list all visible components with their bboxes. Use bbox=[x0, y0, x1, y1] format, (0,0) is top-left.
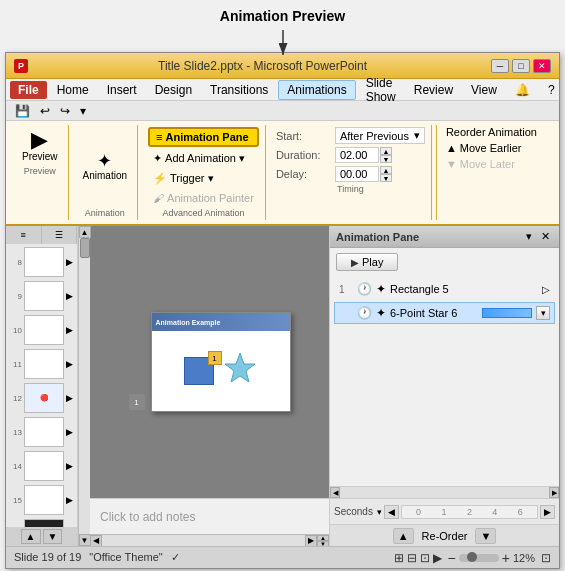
outline-tab[interactable]: ☰ bbox=[42, 226, 78, 244]
pane-dropdown-btn[interactable]: ▾ bbox=[523, 230, 535, 243]
redo-quick-btn[interactable]: ↪ bbox=[57, 103, 73, 119]
start-label: Start: bbox=[276, 130, 331, 142]
slide-icon-13: ▶ bbox=[66, 427, 73, 437]
delay-up[interactable]: ▲ bbox=[380, 166, 392, 174]
anim-dropdown-btn[interactable]: ▾ bbox=[536, 306, 550, 320]
animation-pane-header: Animation Pane ▾ ✕ bbox=[330, 226, 559, 248]
zoom-minus-btn[interactable]: − bbox=[448, 550, 456, 566]
scrollbar-up-btn[interactable]: ▲ bbox=[79, 226, 91, 238]
slide-icon-8: ▶ bbox=[66, 257, 73, 267]
menu-view[interactable]: View bbox=[463, 81, 505, 99]
h-scrollbar: ◀ ▶ ▲ ▼ bbox=[90, 534, 329, 546]
menu-review[interactable]: Review bbox=[406, 81, 461, 99]
animation-pane-button[interactable]: ≡ Animation Pane bbox=[148, 127, 259, 147]
duration-down[interactable]: ▼ bbox=[380, 155, 392, 163]
delay-down[interactable]: ▼ bbox=[380, 174, 392, 182]
zoom-plus-btn[interactable]: + bbox=[502, 550, 510, 566]
delay-value[interactable]: 00.00 bbox=[335, 166, 379, 182]
play-button[interactable]: ▶ Play bbox=[336, 253, 398, 271]
slide-canvas[interactable]: 1 Animation Example 1 bbox=[90, 226, 329, 498]
status-right: ⊞ ⊟ ⊡ ▶ − + 12% ⊡ bbox=[394, 550, 551, 566]
add-animation-button[interactable]: ✦ Add Animation ▾ bbox=[148, 150, 259, 167]
preview-button[interactable]: ▶ Preview bbox=[18, 127, 62, 164]
normal-view-icon[interactable]: ⊞ bbox=[394, 551, 404, 565]
menu-animations[interactable]: Animations bbox=[278, 80, 355, 100]
delay-label: Delay: bbox=[276, 168, 331, 180]
start-dropdown[interactable]: After Previous ▾ bbox=[335, 127, 425, 144]
move-earlier-button[interactable]: ▲ Move Earlier bbox=[443, 141, 540, 155]
menu-design[interactable]: Design bbox=[147, 81, 200, 99]
reorder-down-btn[interactable]: ▼ bbox=[475, 528, 496, 544]
scroll-down-btn[interactable]: ▼ bbox=[43, 529, 63, 544]
slide-thumb-8[interactable]: 8 ▶ bbox=[8, 246, 75, 278]
pane-close-btn[interactable]: ✕ bbox=[538, 230, 553, 243]
anim-hscroll-right[interactable]: ▶ bbox=[549, 487, 559, 498]
theme-name: "Office Theme" bbox=[89, 551, 162, 564]
vscroll-extra-down[interactable]: ▼ bbox=[317, 541, 329, 547]
trigger-icon: ⚡ bbox=[153, 172, 167, 185]
dropdown-quick-btn[interactable]: ▾ bbox=[77, 103, 89, 119]
minimize-button[interactable]: ─ bbox=[491, 59, 509, 73]
hscroll-left-btn[interactable]: ◀ bbox=[90, 535, 102, 547]
star-svg bbox=[222, 351, 258, 387]
slide-thumb-10[interactable]: 10 ▶ bbox=[8, 314, 75, 346]
play-label: Play bbox=[362, 256, 383, 268]
menu-transitions[interactable]: Transitions bbox=[202, 81, 276, 99]
slide-thumb-14[interactable]: 14 ▶ bbox=[8, 450, 75, 482]
hscroll-right-btn[interactable]: ▶ bbox=[305, 535, 317, 547]
slide-thumb-15[interactable]: 15 ▶ bbox=[8, 484, 75, 516]
slide-sorter-icon[interactable]: ⊟ bbox=[407, 551, 417, 565]
menu-notifications[interactable]: 🔔 bbox=[507, 81, 538, 99]
animation-pane-icon: ≡ bbox=[156, 131, 162, 143]
zoom-thumb bbox=[467, 552, 477, 562]
save-quick-btn[interactable]: 💾 bbox=[12, 103, 33, 119]
zoom-bar[interactable] bbox=[459, 554, 499, 562]
slide-thumb-9[interactable]: 9 ▶ bbox=[8, 280, 75, 312]
scrollbar-down-btn[interactable]: ▼ bbox=[79, 534, 91, 546]
powerpoint-window: P Title Slide2.pptx - Microsoft PowerPoi… bbox=[5, 52, 560, 569]
slide-thumb-11[interactable]: 11 ▶ bbox=[8, 348, 75, 380]
slide-with-badge: 1 Animation Example 1 bbox=[129, 312, 291, 412]
slide-panel-tabs: ≡ ☰ bbox=[6, 226, 77, 244]
animation-painter-button[interactable]: 🖌 Animation Painter bbox=[148, 190, 259, 206]
scrollbar-thumb[interactable] bbox=[80, 238, 90, 258]
duration-value[interactable]: 02.00 bbox=[335, 147, 379, 163]
duration-up[interactable]: ▲ bbox=[380, 147, 392, 155]
notes-bar[interactable]: Click to add notes bbox=[90, 498, 329, 534]
move-later-button[interactable]: ▼ Move Later bbox=[443, 157, 540, 171]
menu-file[interactable]: File bbox=[10, 81, 47, 99]
scroll-up-btn[interactable]: ▲ bbox=[21, 529, 41, 544]
spell-check-icon[interactable]: ✓ bbox=[171, 551, 180, 564]
trigger-button[interactable]: ⚡ Trigger ▾ bbox=[148, 170, 259, 187]
fit-window-btn[interactable]: ⊡ bbox=[541, 551, 551, 565]
slide-thumb-12[interactable]: 12 🔴 ▶ bbox=[8, 382, 75, 414]
reading-view-icon[interactable]: ⊡ bbox=[420, 551, 430, 565]
vscroll-extra: ▲ ▼ bbox=[317, 535, 329, 547]
anim-hscroll-left[interactable]: ◀ bbox=[330, 487, 340, 498]
anim-item-rectangle[interactable]: 1 🕐 ✦ Rectangle 5 ▷ bbox=[334, 278, 555, 300]
slideshow-icon[interactable]: ▶ bbox=[433, 551, 442, 565]
timeline-right-btn[interactable]: ▶ bbox=[540, 505, 555, 519]
timeline-dropdown[interactable]: ▾ bbox=[377, 507, 382, 517]
maximize-button[interactable]: □ bbox=[512, 59, 530, 73]
timeline-left-btn[interactable]: ◀ bbox=[384, 505, 399, 519]
slide-preview-13 bbox=[24, 417, 64, 447]
menu-home[interactable]: Home bbox=[49, 81, 97, 99]
annotation-area: Animation Preview bbox=[0, 0, 565, 60]
animation-group-label: Animation bbox=[85, 208, 125, 218]
preview-icon: ▶ bbox=[31, 129, 48, 151]
slides-tab[interactable]: ≡ bbox=[6, 226, 42, 244]
anim-effect-icon-1: ✦ bbox=[376, 282, 386, 296]
menu-insert[interactable]: Insert bbox=[99, 81, 145, 99]
status-left: Slide 19 of 19 "Office Theme" ✓ bbox=[14, 551, 386, 564]
anim-item-star[interactable]: 🕐 ✦ 6-Point Star 6 ▾ bbox=[334, 302, 555, 324]
reorder-up-btn[interactable]: ▲ bbox=[393, 528, 414, 544]
anim-hscroll-track bbox=[340, 487, 549, 498]
svg-marker-2 bbox=[225, 353, 255, 382]
menu-help[interactable]: ? bbox=[540, 81, 563, 99]
animation-button[interactable]: ✦ Animation bbox=[79, 150, 131, 183]
slide-thumb-13[interactable]: 13 ▶ bbox=[8, 416, 75, 448]
undo-quick-btn[interactable]: ↩ bbox=[37, 103, 53, 119]
slide-thumb-16[interactable]: 16 ▶ bbox=[8, 518, 75, 527]
close-button[interactable]: ✕ bbox=[533, 59, 551, 73]
